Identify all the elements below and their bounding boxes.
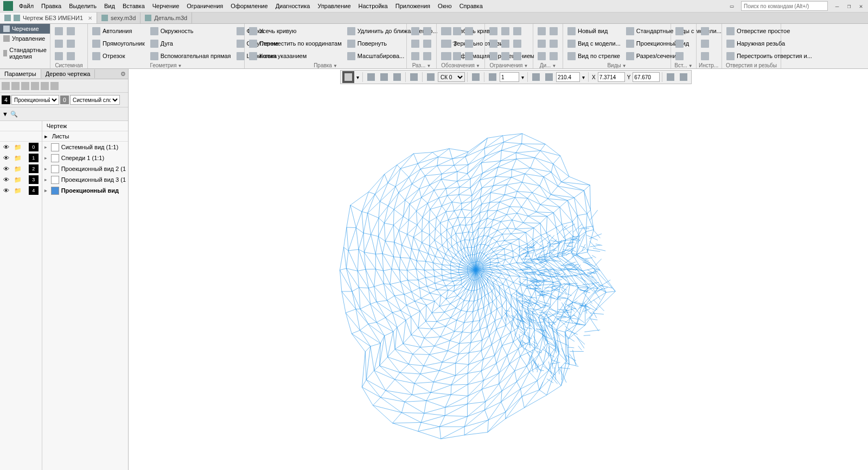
- menu-manage[interactable]: Управление: [314, 1, 354, 11]
- newview-button[interactable]: Новый вид: [565, 25, 623, 37]
- tb1-icon[interactable]: [2, 82, 10, 90]
- menu-format[interactable]: Оформление: [227, 1, 271, 11]
- ribbon-mode-draw[interactable]: Черчение: [0, 24, 50, 34]
- t1-button[interactable]: [699, 25, 711, 37]
- ribbon-mode-std[interactable]: Стандартные изделия: [0, 43, 50, 63]
- y-input[interactable]: [633, 72, 660, 82]
- d6-button[interactable]: [547, 50, 559, 62]
- layout-icon[interactable]: ▭: [726, 1, 738, 11]
- tab-close-icon[interactable]: ✕: [88, 15, 92, 21]
- step-input[interactable]: [500, 72, 519, 82]
- tree-item-0[interactable]: ▸Системный вид (1:1): [42, 142, 128, 153]
- dim2-button[interactable]: [421, 25, 433, 37]
- move-button[interactable]: Переместить по координатам: [247, 37, 344, 49]
- tree-item-4[interactable]: ▸Проекционный вид: [42, 185, 128, 196]
- n2-button[interactable]: [451, 25, 463, 37]
- menu-select[interactable]: Выделить: [65, 1, 100, 11]
- copy-button[interactable]: Копия указанием: [247, 50, 344, 62]
- rectangle-button[interactable]: Прямоугольник: [90, 37, 147, 49]
- eye-icon[interactable]: 👁: [3, 176, 10, 183]
- c4-button[interactable]: [487, 37, 499, 49]
- menu-draw[interactable]: Черчение: [149, 1, 183, 11]
- ortho-button[interactable]: [470, 71, 482, 83]
- zoomfit-button[interactable]: [530, 71, 542, 83]
- tab-drawing[interactable]: Чертеж БЕЗ ИМЕНИ1 ✕: [0, 12, 97, 23]
- n9-button[interactable]: [463, 50, 475, 62]
- tb5-icon[interactable]: [41, 82, 49, 90]
- d5-button[interactable]: [535, 50, 547, 62]
- menu-apps[interactable]: Приложения: [392, 1, 434, 11]
- menu-window[interactable]: Окно: [434, 1, 456, 11]
- view-select[interactable]: Проекционный...: [11, 95, 59, 105]
- eye-icon[interactable]: 👁: [3, 155, 10, 161]
- maximize-button[interactable]: ❐: [843, 1, 855, 11]
- layer-select[interactable]: Системный слой: [70, 95, 120, 105]
- lock-icon[interactable]: 📁: [14, 176, 21, 183]
- t3-button[interactable]: [699, 50, 711, 62]
- search-icon[interactable]: 🔍: [10, 111, 18, 118]
- command-search-input[interactable]: [741, 1, 828, 11]
- thread-button[interactable]: Наружная резьба: [724, 37, 814, 49]
- trim-button[interactable]: Усечь кривую: [247, 25, 344, 37]
- eye-icon[interactable]: 👁: [3, 187, 10, 194]
- tree-item-2[interactable]: ▸Проекционный вид 2 (1: [42, 163, 128, 174]
- redo-button[interactable]: [65, 50, 76, 62]
- autoline-button[interactable]: Автолиния: [90, 25, 147, 37]
- close-button[interactable]: ✕: [855, 1, 867, 11]
- eye-icon[interactable]: 👁: [3, 166, 10, 172]
- menu-edit[interactable]: Правка: [37, 1, 65, 11]
- n1-button[interactable]: [439, 25, 451, 37]
- lock-icon[interactable]: 📁: [14, 144, 21, 150]
- dim4-button[interactable]: [421, 37, 433, 49]
- drawing-canvas[interactable]: ▾ СК 0 ▾ ▾ X Y: [129, 69, 868, 470]
- eye-icon[interactable]: 👁: [3, 144, 10, 150]
- gear-icon[interactable]: ⚙: [118, 71, 128, 78]
- tb6-icon[interactable]: [50, 82, 59, 90]
- open-button[interactable]: [65, 25, 76, 37]
- c6-button[interactable]: [511, 37, 523, 49]
- d3-button[interactable]: [535, 37, 547, 49]
- ins2-button[interactable]: [673, 37, 685, 49]
- zoom-input[interactable]: [556, 72, 580, 82]
- dim1-button[interactable]: [409, 25, 421, 37]
- arc-button[interactable]: Дуга: [148, 37, 233, 49]
- menu-view[interactable]: Вид: [100, 1, 119, 11]
- new-button[interactable]: [53, 25, 65, 37]
- text-button[interactable]: T: [451, 37, 463, 49]
- hole-button[interactable]: Отверстие простое: [724, 25, 814, 37]
- lock-icon[interactable]: 📁: [14, 155, 21, 161]
- minimize-button[interactable]: —: [831, 1, 843, 11]
- ucs-select[interactable]: СК 0: [438, 72, 465, 82]
- c5-button[interactable]: [499, 37, 511, 49]
- menu-file[interactable]: Файл: [15, 1, 37, 11]
- dim5-button[interactable]: [409, 50, 421, 62]
- menu-diag[interactable]: Диагностика: [272, 1, 314, 11]
- tb2-icon[interactable]: [11, 82, 20, 90]
- snap3-button[interactable]: [391, 71, 403, 83]
- ribbon-mode-manage[interactable]: Управление: [0, 34, 50, 43]
- tree-item-3[interactable]: ▸Проекционный вид 3 (1: [42, 174, 128, 185]
- step-button[interactable]: [487, 71, 499, 83]
- menu-insert[interactable]: Вставка: [119, 1, 149, 11]
- circle-button[interactable]: Окружность: [148, 25, 233, 37]
- tb3-icon[interactable]: [21, 82, 29, 90]
- ins1-button[interactable]: [673, 25, 685, 37]
- n3-button[interactable]: [463, 25, 475, 37]
- style-button[interactable]: [342, 71, 354, 83]
- c7-button[interactable]: [487, 50, 499, 62]
- tab-detail[interactable]: Деталь.m3d: [141, 12, 192, 23]
- tree-item-1[interactable]: ▸Спереди 1 (1:1): [42, 153, 128, 163]
- segment-button[interactable]: Отрезок: [90, 50, 147, 62]
- ucs-button[interactable]: [425, 71, 437, 83]
- dim3-button[interactable]: [409, 37, 421, 49]
- misc1-button[interactable]: [665, 71, 676, 83]
- c9-button[interactable]: [511, 50, 523, 62]
- panel-params[interactable]: Параметры: [0, 69, 41, 78]
- menu-constr[interactable]: Ограничения: [183, 1, 227, 11]
- c3-button[interactable]: [511, 25, 523, 37]
- filter-icon[interactable]: ▼: [2, 111, 8, 117]
- t2-button[interactable]: [699, 37, 711, 49]
- d1-button[interactable]: [535, 25, 547, 37]
- grid-button[interactable]: [408, 71, 420, 83]
- undo-button[interactable]: [53, 50, 65, 62]
